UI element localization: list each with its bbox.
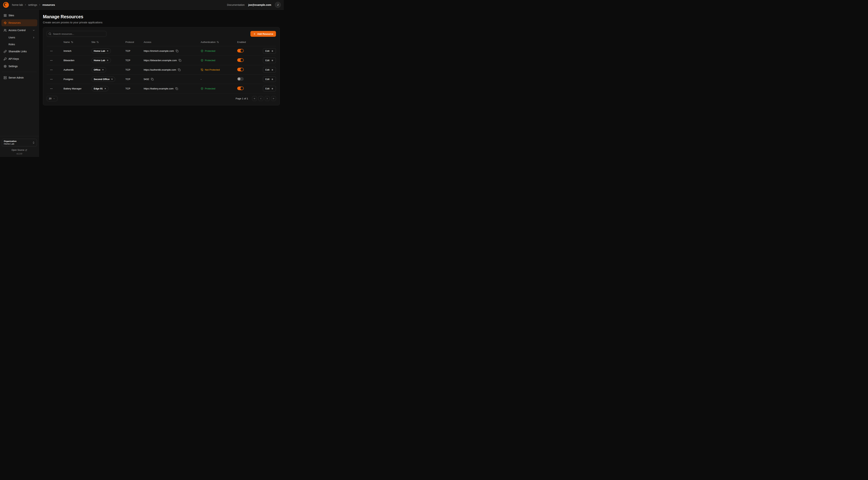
copy-icon[interactable] — [178, 68, 181, 71]
sidebar-item-shareable-links[interactable]: Shareable Links — [1, 48, 37, 55]
edit-button[interactable]: Edit — [263, 77, 276, 82]
sidebar-footer: Organization Home Lab Open Source v1.3.0 — [0, 136, 39, 157]
sidebar-item-label: Sites — [8, 14, 14, 17]
ellipsis-icon — [50, 59, 53, 62]
column-header-label: Authentication — [201, 41, 216, 43]
page-title: Manage Resources — [43, 14, 280, 19]
sort-icon — [217, 41, 219, 43]
table-footer: 20 Page 1 of 1 — [47, 96, 276, 101]
pangolin-logo-icon — [3, 2, 9, 8]
copy-icon[interactable] — [175, 87, 178, 90]
site-name: Second Office — [94, 78, 110, 81]
column-header-label: Enabled — [237, 41, 246, 43]
sidebar-item-settings[interactable]: Settings — [1, 63, 37, 70]
sidebar-nav: Sites Resources Access Control Users Rol — [0, 10, 39, 136]
edit-label: Edit — [266, 87, 270, 90]
access-url: https://bitwarden.example.com — [144, 59, 177, 62]
server-icon — [4, 76, 7, 79]
last-page-button[interactable] — [271, 96, 276, 101]
site-link[interactable]: Second Office — [91, 77, 115, 82]
divider — [2, 72, 36, 72]
enabled-toggle[interactable] — [237, 68, 244, 71]
sidebar-item-api-keys[interactable]: API Keys — [1, 55, 37, 62]
edit-button[interactable]: Edit — [263, 67, 276, 72]
breadcrumb-settings[interactable]: settings — [28, 3, 37, 6]
avatar[interactable]: J — [275, 2, 281, 8]
search-input[interactable] — [47, 31, 106, 37]
toggle-knob — [241, 59, 243, 62]
breadcrumb: home-lab settings resources — [12, 3, 55, 6]
sidebar-item-label: Settings — [8, 65, 18, 68]
sidebar-item-sites[interactable]: Sites — [1, 12, 37, 19]
app-logo[interactable] — [3, 2, 9, 8]
sidebar-item-access-control[interactable]: Access Control — [1, 27, 37, 34]
column-header-site[interactable]: Site — [91, 41, 125, 43]
arrow-right-icon — [271, 78, 273, 81]
access-url: https://authentik.example.com — [144, 68, 176, 71]
edit-button[interactable]: Edit — [263, 86, 276, 91]
chevron-right-icon — [38, 4, 41, 6]
table-row: Postgres Second Office TCP 5432 - Edit — [47, 74, 276, 84]
documentation-link[interactable]: Documentation — [227, 3, 245, 6]
row-menu-button[interactable] — [49, 49, 54, 53]
row-menu-button[interactable] — [49, 68, 54, 72]
column-header-label: Name — [63, 41, 70, 43]
sidebar-item-resources[interactable]: Resources — [1, 19, 37, 26]
sidebar-item-users[interactable]: Users — [1, 34, 37, 41]
access-url: 5432 — [144, 78, 149, 81]
site-link[interactable]: Edge 01 — [91, 86, 108, 91]
row-menu-button[interactable] — [49, 87, 54, 91]
copy-icon[interactable] — [179, 59, 181, 62]
enabled-toggle[interactable] — [237, 87, 244, 90]
protocol: TCP — [125, 68, 144, 71]
column-header-authentication[interactable]: Authentication — [201, 41, 237, 43]
breadcrumb-home-lab[interactable]: home-lab — [12, 3, 23, 6]
users-icon — [4, 29, 7, 32]
edit-button[interactable]: Edit — [263, 58, 276, 63]
site-link[interactable]: Home Lab — [91, 58, 111, 63]
column-header-name[interactable]: Name — [63, 41, 91, 43]
sidebar-item-roles[interactable]: Roles — [1, 41, 37, 48]
protocol: TCP — [125, 87, 144, 90]
enabled-toggle[interactable] — [237, 77, 244, 81]
row-menu-button[interactable] — [49, 77, 54, 82]
row-menu-button[interactable] — [49, 58, 54, 63]
layout-grid-icon — [4, 14, 7, 17]
page-size-select[interactable]: 20 — [47, 96, 57, 101]
previous-page-button[interactable] — [258, 96, 263, 101]
protocol: TCP — [125, 78, 144, 81]
sidebar-item-server-admin[interactable]: Server Admin — [1, 74, 37, 81]
arrow-up-right-icon — [111, 78, 113, 80]
chevron-right-icon — [32, 36, 35, 39]
auth-status: - — [201, 78, 237, 81]
org-selector[interactable]: Organization Home Lab — [2, 139, 37, 146]
edit-button[interactable]: Edit — [263, 48, 276, 54]
open-source-link[interactable]: Open Source — [2, 149, 37, 151]
sidebar-item-label: Access Control — [8, 29, 26, 32]
first-page-button[interactable] — [252, 96, 257, 101]
user-email[interactable]: joe@example.com — [248, 3, 271, 6]
shield-check-icon — [201, 87, 204, 90]
site-link[interactable]: Home Lab — [91, 48, 111, 54]
auth-status-label: Protected — [205, 87, 215, 90]
sort-icon — [96, 41, 99, 43]
shield-off-icon — [201, 68, 204, 71]
next-page-button[interactable] — [265, 96, 270, 101]
site-link[interactable]: Office — [91, 67, 106, 72]
enabled-toggle[interactable] — [237, 49, 244, 53]
waypoints-icon — [4, 21, 7, 24]
app-root: home-lab settings resources Documentatio… — [0, 0, 284, 157]
enabled-toggle[interactable] — [237, 58, 244, 62]
copy-icon[interactable] — [151, 78, 154, 81]
add-resource-button[interactable]: Add Resource — [250, 31, 276, 37]
copy-icon[interactable] — [176, 50, 178, 52]
arrow-up-right-icon — [106, 50, 108, 52]
auth-status: Not Protected — [201, 68, 237, 71]
table-row: Immich Home Lab TCP https://immich.examp… — [47, 46, 276, 56]
toggle-knob — [241, 87, 243, 90]
table-row: Battery Manager Edge 01 TCP https://batt… — [47, 84, 276, 93]
protocol: TCP — [125, 50, 144, 52]
chevrons-up-down-icon — [32, 141, 35, 144]
arrow-right-icon — [271, 50, 273, 52]
shield-check-icon — [201, 59, 204, 62]
